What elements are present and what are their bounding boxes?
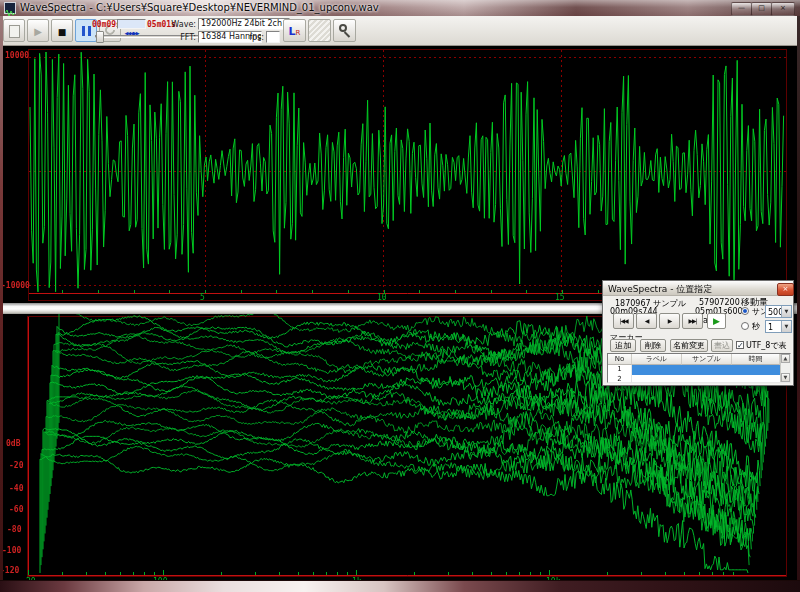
marker-delete-button[interactable]: 削除: [640, 339, 666, 352]
position-slider-thumb[interactable]: [96, 31, 104, 43]
channel-l-icon: L: [289, 25, 296, 38]
spectrum-db-80: -80: [7, 525, 21, 534]
table-header-label[interactable]: ラベル: [632, 354, 682, 365]
utf8-checkbox[interactable]: ✓: [736, 341, 744, 349]
table-row[interactable]: 1: [608, 365, 632, 375]
spectrum-db-0: 0dB: [6, 439, 20, 448]
waveform-canvas[interactable]: [0, 46, 800, 304]
waveform-ymax-label: 10000: [5, 51, 29, 60]
go-first-button[interactable]: |◀◀: [613, 313, 634, 329]
play-icon: ▶: [34, 26, 42, 37]
fft-label: FFT:: [168, 33, 196, 42]
scroll-up-icon[interactable]: ▲: [781, 354, 790, 363]
dialog-close-button[interactable]: ×: [777, 283, 794, 296]
stop-icon: ■: [58, 27, 67, 37]
table-header-no[interactable]: No: [608, 354, 632, 365]
spectrum-db-40: -40: [9, 484, 23, 493]
waveform-tick-10: 10: [377, 293, 387, 302]
total-samples: 57907200: [699, 298, 740, 307]
app-icon: [4, 2, 16, 14]
channel-lr-button[interactable]: LR: [283, 19, 306, 42]
chevron-down-icon[interactable]: ▼: [781, 321, 791, 332]
dialog-title: WaveSpectra - 位置指定: [608, 283, 712, 296]
waveform-tick-5: 5: [200, 293, 205, 302]
close-button[interactable]: ×: [771, 2, 795, 16]
nudge-control[interactable]: ◀◀◀▶▶: [117, 19, 146, 29]
table-scrollbar[interactable]: ▲ ▼: [780, 354, 790, 382]
fps-label: fps:: [246, 33, 264, 42]
chevron-down-icon[interactable]: ▼: [781, 306, 791, 317]
magnifier-icon: [339, 24, 347, 32]
maximize-button[interactable]: □: [751, 2, 772, 16]
marker-add-button[interactable]: 追加: [610, 339, 636, 352]
seconds-combo[interactable]: 1 ▼: [765, 320, 792, 333]
waveform-tick-15: 15: [555, 293, 565, 302]
wave-label: Wave:: [168, 20, 196, 29]
spectrum-db-60: -60: [9, 505, 23, 514]
stop-button[interactable]: ■: [51, 19, 73, 42]
radio-seconds[interactable]: [741, 322, 749, 330]
play-button[interactable]: ▶: [27, 19, 49, 42]
file-icon: [9, 25, 20, 38]
settings-button[interactable]: [333, 19, 356, 42]
spectrum-db-20: -20: [9, 461, 23, 470]
dialog-play-button[interactable]: ▶: [707, 313, 726, 329]
scroll-down-icon[interactable]: ▼: [781, 373, 790, 382]
pause-icon: [82, 26, 85, 36]
go-last-button[interactable]: ▶▶|: [682, 313, 703, 329]
channel-r-icon: R: [296, 29, 301, 37]
selected-row-highlight[interactable]: [632, 365, 780, 375]
waveform-ymin-label: -10000: [1, 281, 30, 290]
marker-rename-button[interactable]: 名前変更: [670, 339, 708, 352]
fps-field: [266, 31, 280, 43]
wavespectra-window: 10000 -10000 5 10 15 0dB -20 -40 -60 -80…: [0, 0, 800, 592]
radio-samples[interactable]: [741, 307, 749, 315]
minimize-button[interactable]: —: [731, 2, 752, 16]
waveform-pane: [0, 46, 800, 304]
radio-seconds-label: 秒: [752, 321, 760, 332]
spectrum-db-100: -100: [2, 546, 21, 555]
disabled-tool-button: [308, 19, 331, 42]
table-header-time[interactable]: 時間: [732, 354, 780, 365]
window-border-bottom: [0, 580, 800, 592]
marker-write-button: 書込: [711, 339, 733, 352]
open-file-button[interactable]: [3, 19, 25, 42]
go-next-button[interactable]: ▶: [659, 313, 680, 329]
position-dialog: WaveSpectra - 位置指定 × 1870967 サンプル 00m09s…: [602, 280, 794, 386]
table-row[interactable]: 2: [608, 375, 632, 383]
window-title: WaveSpectra - C:¥Users¥Square¥Desktop¥NE…: [20, 2, 379, 13]
window-border-left: [0, 16, 3, 580]
table-header-sample[interactable]: サンプル: [682, 354, 732, 365]
wave-info-field: 192000Hz 24bit 2ch: [198, 18, 290, 30]
go-prev-button[interactable]: ◀: [636, 313, 657, 329]
seconds-combo-value: 1: [768, 323, 773, 332]
marker-table: No ラベル サンプル 時間 1 2 ▲ ▼: [607, 353, 791, 383]
samples-combo[interactable]: 500 ▼: [765, 305, 792, 318]
